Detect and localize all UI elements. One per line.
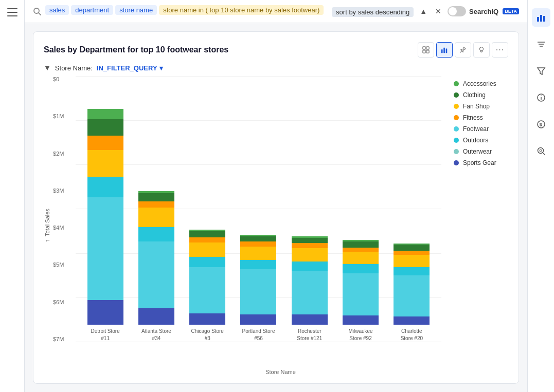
- bar-segment: [394, 245, 430, 251]
- bar-group: Atlanta Store #34: [138, 191, 174, 342]
- right-filter-button[interactable]: [532, 35, 550, 53]
- bars-container: Detroit Store #11Atlanta Store #34Chicag…: [76, 76, 441, 367]
- chart-container: Sales by Department for top 10 footwear …: [33, 31, 519, 384]
- token-department[interactable]: department: [71, 5, 113, 15]
- legend-item: Outerwear: [454, 148, 508, 155]
- beta-badge: BETA: [503, 8, 519, 14]
- y-label-4m: $4M: [53, 225, 76, 231]
- bar-group: Rochester Store #121: [292, 236, 328, 342]
- svg-rect-6: [441, 49, 443, 53]
- bar-segment: [87, 300, 123, 325]
- y-label-0: $0: [53, 76, 76, 82]
- table-view-button[interactable]: [418, 42, 434, 58]
- bar-segment: [343, 252, 379, 264]
- stacked-bar[interactable]: [394, 244, 430, 325]
- svg-text:R: R: [539, 122, 543, 127]
- legend-dot: [454, 92, 459, 98]
- filter-icon: ▼: [44, 64, 51, 72]
- legend-item: Clothing: [454, 91, 508, 99]
- left-sidebar: [0, 0, 25, 392]
- searchiq-label: SearchIQ: [469, 8, 498, 15]
- right-info-button[interactable]: [532, 88, 550, 107]
- token-store-name[interactable]: store name: [115, 5, 157, 15]
- bar-segment: [138, 201, 174, 208]
- filter-value-button[interactable]: IN_FILTER_QUERY ▾: [97, 64, 163, 72]
- svg-point-20: [541, 96, 542, 97]
- stacked-bar[interactable]: [343, 240, 379, 325]
- token-sales[interactable]: sales: [45, 5, 69, 15]
- bar-group: Portland Store #56: [240, 235, 276, 342]
- bar-segment: [292, 238, 328, 243]
- bar-segment: [292, 243, 328, 248]
- hamburger-menu-icon[interactable]: [7, 8, 17, 16]
- legend-dot: [454, 126, 459, 132]
- stacked-bar[interactable]: [240, 235, 276, 325]
- searchiq-toggle[interactable]: SearchIQ BETA: [448, 6, 519, 16]
- right-search-button[interactable]: [532, 142, 550, 160]
- bar-label: Charlotte Store #20: [401, 328, 423, 342]
- bar-segment: [394, 275, 430, 316]
- bar-label: Chicago Store #3: [191, 328, 224, 342]
- bar-segment: [292, 248, 328, 262]
- main-area: sales department store name store name i…: [25, 0, 527, 392]
- more-options-button[interactable]: ···: [492, 42, 508, 58]
- legend-item: Fitness: [454, 114, 508, 121]
- chart-legend: AccessoriesClothingFan ShopFitnessFootwe…: [441, 76, 508, 367]
- bar-segment: [343, 264, 379, 273]
- legend-dot: [454, 149, 459, 154]
- search-bar-container: sales department store name store name i…: [25, 0, 527, 23]
- bar-segment: [87, 136, 123, 150]
- legend-label: Clothing: [463, 91, 486, 99]
- legend-item: Accessories: [454, 80, 508, 87]
- bar-segment: [87, 150, 123, 177]
- bars-area: Detroit Store #11Atlanta Store #34Chicag…: [76, 76, 441, 367]
- legend-dot: [454, 115, 459, 120]
- filter-dropdown-icon: ▾: [159, 64, 163, 72]
- bar-segment: [189, 237, 225, 242]
- legend-label: Accessories: [463, 80, 496, 87]
- svg-rect-14: [543, 16, 545, 22]
- svg-rect-4: [423, 50, 425, 53]
- token-filter[interactable]: store name in ( top 10 store name by sal…: [159, 5, 324, 15]
- svg-point-24: [540, 150, 542, 152]
- chart-body: ↑ Total Sales $7M $6M $5M $4M $3M $2M $1…: [44, 76, 508, 375]
- bar-group: Charlotte Store #20: [394, 244, 430, 342]
- stacked-bar[interactable]: [87, 109, 123, 325]
- right-funnel-button[interactable]: [532, 62, 550, 80]
- bar-segment: [240, 269, 276, 314]
- bar-segment: [138, 208, 174, 227]
- toggle-thumb: [449, 7, 457, 15]
- bar-segment: [240, 247, 276, 260]
- bar-segment: [189, 313, 225, 325]
- bar-group: Chicago Store #3: [189, 230, 225, 342]
- right-sidebar: R: [527, 0, 554, 392]
- bar-segment: [189, 267, 225, 313]
- search-up-button[interactable]: ▲: [418, 6, 429, 16]
- bar-segment: [138, 227, 174, 241]
- svg-rect-3: [426, 47, 429, 49]
- bar-segment: [87, 119, 123, 136]
- toggle-track[interactable]: [448, 6, 466, 16]
- legend-dot: [454, 138, 459, 143]
- stacked-bar[interactable]: [189, 230, 225, 325]
- insight-button[interactable]: [473, 42, 490, 58]
- right-custom-r-button[interactable]: R: [532, 115, 550, 134]
- bar-segment: [292, 271, 328, 314]
- token-sort[interactable]: sort by sales descending: [332, 7, 414, 17]
- right-bar-chart-button[interactable]: [532, 8, 550, 27]
- filter-label: Store Name:: [55, 64, 93, 72]
- bar-segment: [138, 241, 174, 308]
- search-icon: [33, 7, 41, 17]
- stacked-bar[interactable]: [138, 191, 174, 325]
- legend-item: Outdoors: [454, 137, 508, 144]
- bar-segment: [394, 267, 430, 275]
- svg-rect-2: [423, 47, 425, 49]
- y-label-6m: $6M: [53, 299, 76, 305]
- pin-button[interactable]: [455, 42, 471, 58]
- bar-segment: [292, 314, 328, 325]
- search-close-button[interactable]: ✕: [433, 6, 443, 16]
- bar-chart-button[interactable]: [436, 42, 453, 58]
- stacked-bar[interactable]: [292, 236, 328, 325]
- svg-point-10: [480, 47, 484, 51]
- y-label-7m: $7M: [53, 336, 76, 342]
